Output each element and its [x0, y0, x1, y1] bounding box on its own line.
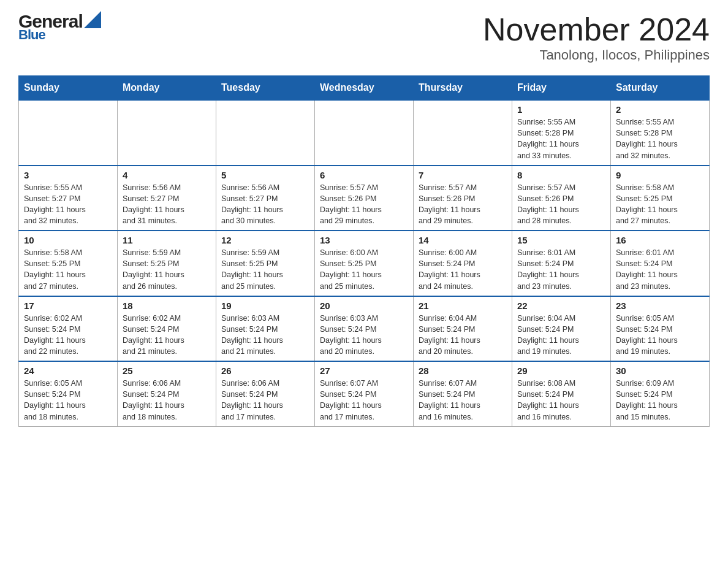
day-info: Sunrise: 6:05 AM Sunset: 5:24 PM Dayligh… — [24, 378, 112, 423]
calendar-cell: 5Sunrise: 5:56 AM Sunset: 5:27 PM Daylig… — [216, 166, 315, 231]
day-info: Sunrise: 6:02 AM Sunset: 5:24 PM Dayligh… — [24, 313, 112, 358]
day-info: Sunrise: 6:05 AM Sunset: 5:24 PM Dayligh… — [616, 313, 704, 358]
calendar-cell: 18Sunrise: 6:02 AM Sunset: 5:24 PM Dayli… — [118, 296, 216, 362]
day-info: Sunrise: 5:58 AM Sunset: 5:25 PM Dayligh… — [24, 247, 112, 292]
calendar-cell: 8Sunrise: 5:57 AM Sunset: 5:26 PM Daylig… — [512, 166, 611, 231]
calendar-header-monday: Monday — [118, 76, 216, 101]
day-info: Sunrise: 6:01 AM Sunset: 5:24 PM Dayligh… — [517, 247, 605, 292]
calendar-cell: 4Sunrise: 5:56 AM Sunset: 5:27 PM Daylig… — [118, 166, 216, 231]
logo: General Blue — [18, 12, 101, 42]
day-number: 20 — [320, 301, 408, 311]
calendar-cell: 6Sunrise: 5:57 AM Sunset: 5:26 PM Daylig… — [315, 166, 414, 231]
day-info: Sunrise: 6:07 AM Sunset: 5:24 PM Dayligh… — [320, 378, 408, 423]
calendar-cell: 24Sunrise: 6:05 AM Sunset: 5:24 PM Dayli… — [19, 361, 118, 426]
day-number: 23 — [616, 301, 704, 311]
day-number: 18 — [123, 301, 211, 311]
day-number: 26 — [221, 366, 309, 376]
day-number: 27 — [320, 366, 408, 376]
page-header: General Blue November 2024 Tanolong, Ilo… — [18, 12, 710, 63]
calendar-cell: 15Sunrise: 6:01 AM Sunset: 5:24 PM Dayli… — [512, 231, 611, 296]
day-info: Sunrise: 6:08 AM Sunset: 5:24 PM Dayligh… — [517, 378, 605, 423]
day-info: Sunrise: 6:00 AM Sunset: 5:25 PM Dayligh… — [320, 247, 408, 292]
calendar-header-thursday: Thursday — [414, 76, 512, 101]
day-number: 11 — [123, 235, 211, 245]
week-row-2: 3Sunrise: 5:55 AM Sunset: 5:27 PM Daylig… — [19, 166, 710, 231]
day-info: Sunrise: 6:09 AM Sunset: 5:24 PM Dayligh… — [616, 378, 704, 423]
calendar-cell: 20Sunrise: 6:03 AM Sunset: 5:24 PM Dayli… — [315, 296, 414, 362]
day-number: 1 — [517, 104, 605, 115]
day-number: 30 — [616, 366, 704, 376]
calendar-cell: 25Sunrise: 6:06 AM Sunset: 5:24 PM Dayli… — [118, 361, 216, 426]
day-number: 15 — [517, 235, 605, 245]
calendar-cell — [315, 100, 414, 166]
day-info: Sunrise: 6:03 AM Sunset: 5:24 PM Dayligh… — [221, 313, 309, 358]
calendar-cell: 30Sunrise: 6:09 AM Sunset: 5:24 PM Dayli… — [611, 361, 710, 426]
calendar-cell: 3Sunrise: 5:55 AM Sunset: 5:27 PM Daylig… — [19, 166, 118, 231]
calendar-header-saturday: Saturday — [611, 76, 710, 101]
day-number: 2 — [616, 104, 704, 115]
calendar-header-friday: Friday — [512, 76, 611, 101]
calendar-cell — [118, 100, 216, 166]
page-subtitle: Tanolong, Ilocos, Philippines — [483, 47, 710, 63]
calendar-cell: 9Sunrise: 5:58 AM Sunset: 5:25 PM Daylig… — [611, 166, 710, 231]
day-number: 12 — [221, 235, 309, 245]
day-number: 9 — [616, 170, 704, 180]
day-info: Sunrise: 5:59 AM Sunset: 5:25 PM Dayligh… — [221, 247, 309, 292]
day-info: Sunrise: 6:00 AM Sunset: 5:24 PM Dayligh… — [419, 247, 507, 292]
day-info: Sunrise: 6:02 AM Sunset: 5:24 PM Dayligh… — [123, 313, 211, 358]
day-info: Sunrise: 5:55 AM Sunset: 5:28 PM Dayligh… — [616, 117, 704, 161]
day-number: 19 — [221, 301, 309, 311]
calendar-cell — [19, 100, 118, 166]
calendar-cell: 26Sunrise: 6:06 AM Sunset: 5:24 PM Dayli… — [216, 361, 315, 426]
day-number: 7 — [419, 170, 507, 180]
day-info: Sunrise: 6:03 AM Sunset: 5:24 PM Dayligh… — [320, 313, 408, 358]
day-info: Sunrise: 6:07 AM Sunset: 5:24 PM Dayligh… — [419, 378, 507, 423]
day-number: 21 — [419, 301, 507, 311]
day-number: 25 — [123, 366, 211, 376]
title-block: November 2024 Tanolong, Ilocos, Philippi… — [483, 12, 710, 63]
day-number: 8 — [517, 170, 605, 180]
calendar-header-wednesday: Wednesday — [315, 76, 414, 101]
calendar-cell: 14Sunrise: 6:00 AM Sunset: 5:24 PM Dayli… — [414, 231, 512, 296]
day-number: 29 — [517, 366, 605, 376]
calendar-cell: 1Sunrise: 5:55 AM Sunset: 5:28 PM Daylig… — [512, 100, 611, 166]
day-number: 4 — [123, 170, 211, 180]
day-number: 14 — [419, 235, 507, 245]
day-info: Sunrise: 5:56 AM Sunset: 5:27 PM Dayligh… — [123, 182, 211, 227]
calendar-header-sunday: Sunday — [19, 76, 118, 101]
day-info: Sunrise: 5:57 AM Sunset: 5:26 PM Dayligh… — [517, 182, 605, 227]
day-number: 28 — [419, 366, 507, 376]
calendar-cell: 19Sunrise: 6:03 AM Sunset: 5:24 PM Dayli… — [216, 296, 315, 362]
day-number: 16 — [616, 235, 704, 245]
day-number: 5 — [221, 170, 309, 180]
page-title: November 2024 — [483, 12, 710, 47]
day-info: Sunrise: 6:04 AM Sunset: 5:24 PM Dayligh… — [517, 313, 605, 358]
calendar-table: SundayMondayTuesdayWednesdayThursdayFrid… — [18, 75, 710, 427]
calendar-cell: 29Sunrise: 6:08 AM Sunset: 5:24 PM Dayli… — [512, 361, 611, 426]
day-number: 22 — [517, 301, 605, 311]
calendar-cell: 28Sunrise: 6:07 AM Sunset: 5:24 PM Dayli… — [414, 361, 512, 426]
calendar-cell: 2Sunrise: 5:55 AM Sunset: 5:28 PM Daylig… — [611, 100, 710, 166]
logo-blue: Blue — [18, 28, 101, 42]
svg-marker-0 — [84, 11, 101, 28]
calendar-cell — [216, 100, 315, 166]
day-info: Sunrise: 5:55 AM Sunset: 5:28 PM Dayligh… — [517, 117, 605, 161]
day-info: Sunrise: 6:06 AM Sunset: 5:24 PM Dayligh… — [221, 378, 309, 423]
day-info: Sunrise: 5:56 AM Sunset: 5:27 PM Dayligh… — [221, 182, 309, 227]
calendar-cell: 13Sunrise: 6:00 AM Sunset: 5:25 PM Dayli… — [315, 231, 414, 296]
day-number: 17 — [24, 301, 112, 311]
day-info: Sunrise: 6:06 AM Sunset: 5:24 PM Dayligh… — [123, 378, 211, 423]
day-info: Sunrise: 5:55 AM Sunset: 5:27 PM Dayligh… — [24, 182, 112, 227]
day-number: 24 — [24, 366, 112, 376]
calendar-cell: 11Sunrise: 5:59 AM Sunset: 5:25 PM Dayli… — [118, 231, 216, 296]
calendar-cell: 22Sunrise: 6:04 AM Sunset: 5:24 PM Dayli… — [512, 296, 611, 362]
day-number: 13 — [320, 235, 408, 245]
day-info: Sunrise: 5:58 AM Sunset: 5:25 PM Dayligh… — [616, 182, 704, 227]
day-number: 10 — [24, 235, 112, 245]
week-row-1: 1Sunrise: 5:55 AM Sunset: 5:28 PM Daylig… — [19, 100, 710, 166]
calendar-cell: 23Sunrise: 6:05 AM Sunset: 5:24 PM Dayli… — [611, 296, 710, 362]
calendar-header-tuesday: Tuesday — [216, 76, 315, 101]
logo-icon — [84, 11, 101, 28]
calendar-cell: 10Sunrise: 5:58 AM Sunset: 5:25 PM Dayli… — [19, 231, 118, 296]
calendar-cell: 7Sunrise: 5:57 AM Sunset: 5:26 PM Daylig… — [414, 166, 512, 231]
